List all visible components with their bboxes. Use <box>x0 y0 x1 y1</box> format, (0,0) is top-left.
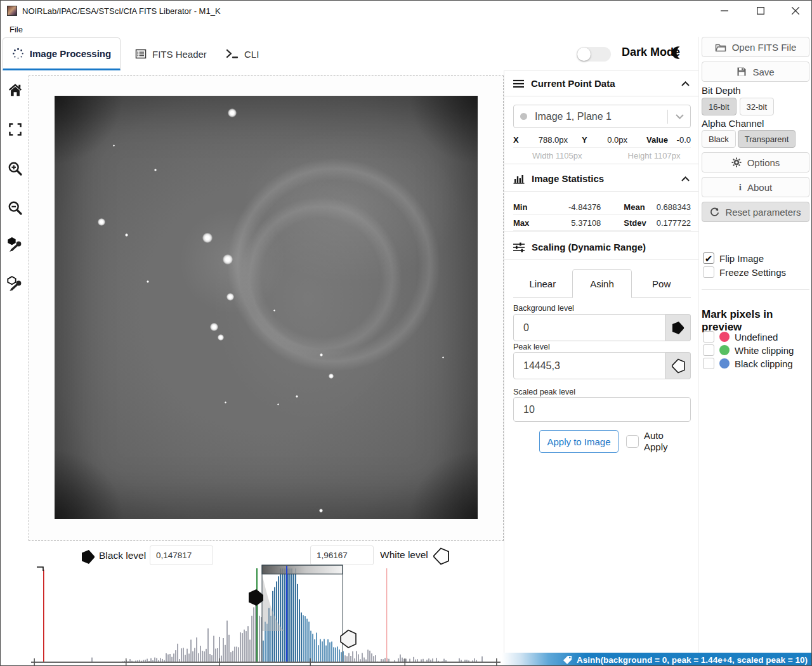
x-value: 788.0px <box>528 135 568 145</box>
hamburger-icon <box>513 79 524 88</box>
about-button[interactable]: i About <box>702 177 809 197</box>
zoom-out-button[interactable] <box>7 200 23 216</box>
sliders-icon <box>513 242 525 252</box>
star <box>147 280 149 283</box>
menu-file[interactable]: File <box>7 23 25 36</box>
fits-header-icon <box>135 48 147 60</box>
star <box>296 395 298 398</box>
current-point-data-header[interactable]: Current Point Data <box>504 71 698 96</box>
open-fits-file-button[interactable]: Open FITS File <box>702 37 809 57</box>
flip-image-row: ✔ Flip Image <box>703 252 764 264</box>
apply-to-image-button[interactable]: Apply to Image <box>539 430 619 453</box>
bit-depth-label: Bit Depth <box>702 85 741 96</box>
peak-level-group: 14445,3 <box>513 352 691 379</box>
fit-view-button[interactable] <box>7 121 23 138</box>
collapse-chevron-icon[interactable] <box>681 81 690 86</box>
black-level-label: Black level <box>99 550 146 561</box>
tab-fits-header[interactable]: FITS Header <box>135 37 207 70</box>
alpha-transparent-button[interactable]: Transparent <box>738 130 796 148</box>
zoom-out-icon <box>8 200 23 216</box>
dark-mode-toggle[interactable] <box>577 47 611 62</box>
black-tag-icon <box>672 321 684 335</box>
star <box>329 374 334 379</box>
zoom-in-button[interactable] <box>7 160 23 177</box>
save-label: Save <box>752 67 774 77</box>
star <box>273 310 275 311</box>
white-level-input[interactable]: 1,96167 <box>310 545 374 565</box>
options-label: Options <box>747 157 780 168</box>
bit-depth-32-button[interactable]: 32-bit <box>740 98 775 115</box>
white-clipping-label: White clipping <box>735 345 794 356</box>
tab-image-processing[interactable]: Image Processing <box>3 37 121 70</box>
chevron-down-icon <box>676 114 684 119</box>
scaling-header[interactable]: Scaling (Dynamic Range) <box>504 235 698 260</box>
star <box>228 108 237 117</box>
bit-depth-16-button[interactable]: 16-bit <box>702 98 737 115</box>
white-tag-icon <box>671 358 685 374</box>
plane-status-dot <box>520 113 527 120</box>
star <box>442 356 444 358</box>
star <box>320 353 323 356</box>
axis-origin-bracket <box>37 567 43 571</box>
max-value: 5.37108 <box>546 218 601 228</box>
mark-pixels-title: Mark pixels in preview <box>702 308 811 334</box>
mark-undefined-row: Undefined <box>703 331 778 343</box>
peak-level-label: Peak level <box>513 343 550 351</box>
minimize-button[interactable] <box>710 1 739 21</box>
black-clipping-checkbox[interactable] <box>703 358 714 369</box>
pick-background-button[interactable] <box>665 314 691 341</box>
options-button[interactable]: Options <box>702 152 809 173</box>
gear-icon <box>731 157 742 167</box>
plane-selector-dropdown[interactable]: Image 1, Plane 1 <box>513 105 691 128</box>
star <box>223 254 233 264</box>
white-level-picker-button[interactable] <box>7 275 23 292</box>
maximize-button[interactable] <box>746 1 775 21</box>
alpha-channel-group: Black Transparent <box>702 130 796 148</box>
image-statistics-header[interactable]: Image Statistics <box>504 166 698 192</box>
info-icon: i <box>739 182 742 193</box>
scaled-peak-input[interactable]: 10 <box>513 397 691 422</box>
section-divider <box>504 164 698 164</box>
save-button[interactable]: Save <box>702 62 809 82</box>
pick-peak-button[interactable] <box>665 352 691 379</box>
image-height: Height 1107px <box>628 151 681 160</box>
min-line <box>43 570 44 662</box>
auto-apply-label: Auto Apply <box>644 430 677 453</box>
stdev-label: Stdev <box>624 218 656 228</box>
scaling-tab-pow[interactable]: Pow <box>632 270 691 298</box>
scaling-tab-asinh[interactable]: Asinh <box>572 269 632 298</box>
scaling-tab-linear[interactable]: Linear <box>513 270 572 298</box>
fits-liberator-window: NOIRLab/IPAC/ESA/STScI/CfA FITS Liberato… <box>0 0 812 666</box>
star <box>277 403 279 405</box>
collapse-chevron-icon[interactable] <box>681 176 690 181</box>
flip-image-checkbox[interactable]: ✔ <box>703 252 714 264</box>
window-title: NOIRLab/IPAC/ESA/STScI/CfA FITS Liberato… <box>22 6 221 16</box>
home-button[interactable] <box>7 82 23 98</box>
auto-apply-checkbox[interactable] <box>626 435 639 448</box>
reset-icon <box>710 207 719 217</box>
white-level-handle[interactable] <box>341 630 356 648</box>
star <box>202 233 213 243</box>
image-dimensions-row: Width 1105px Height 1107px <box>513 148 691 164</box>
reset-parameters-button[interactable]: Reset parameters <box>702 202 809 222</box>
undefined-checkbox[interactable] <box>703 331 714 343</box>
black-level-input[interactable]: 0,147817 <box>150 545 213 565</box>
title-bar: NOIRLab/IPAC/ESA/STScI/CfA FITS Liberato… <box>1 1 812 21</box>
white-clipping-color-dot <box>719 345 730 355</box>
peak-level-input[interactable]: 14445,3 <box>513 352 665 379</box>
white-clipping-checkbox[interactable] <box>703 344 714 356</box>
star <box>218 334 224 341</box>
freeze-settings-checkbox[interactable] <box>703 266 714 278</box>
star <box>319 509 323 513</box>
alpha-black-button[interactable]: Black <box>702 130 736 148</box>
close-button[interactable] <box>781 1 810 21</box>
black-level-handle[interactable] <box>249 589 263 606</box>
tab-cli[interactable]: CLI <box>226 37 259 70</box>
section-divider <box>504 232 698 232</box>
star <box>113 145 115 147</box>
black-level-picker-button[interactable] <box>7 236 23 252</box>
app-icon <box>7 6 17 16</box>
scaling-title: Scaling (Dynamic Range) <box>532 242 690 252</box>
star <box>210 323 218 331</box>
background-level-input[interactable]: 0 <box>513 314 665 341</box>
